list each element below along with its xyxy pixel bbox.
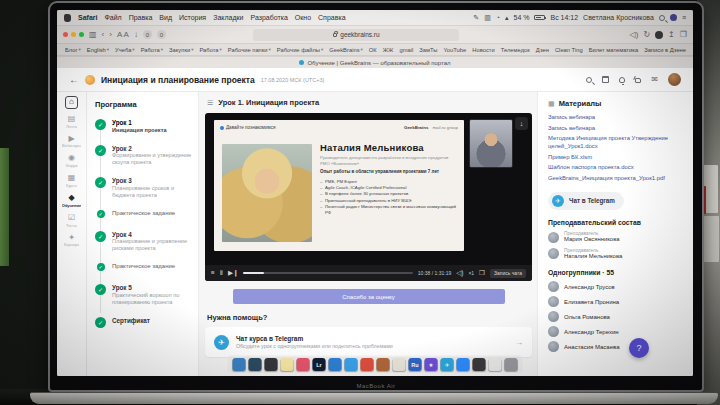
user-avatar[interactable] [668,73,681,86]
sidebar-toggle-icon[interactable]: ▥ [89,31,97,39]
dock-app-icon[interactable] [329,358,342,371]
program-item[interactable]: ✓ Урок 3 Планирование сроков и бюджета п… [95,177,192,199]
menubar-menu-item[interactable]: Разработка [250,14,287,21]
menubar-menu-item[interactable]: Вид [159,14,172,21]
notifications-bell-icon[interactable] [619,77,625,83]
dock-app-icon[interactable]: ✈ [441,358,454,371]
menubar-menu-item[interactable]: Правка [129,14,153,21]
extension-icon[interactable] [655,31,663,39]
nav-rail-item[interactable]: ✦ Карьера [59,234,85,248]
dock-app-icon[interactable] [489,358,502,371]
bookmark-item[interactable]: gmail ▾ [399,47,413,53]
siri-icon[interactable] [670,14,677,21]
dock-app-icon[interactable] [393,358,406,371]
bookmark-item[interactable]: Дзен ▾ [536,47,549,53]
bookmark-item[interactable]: Записи в Дзене ▾ [644,47,686,53]
volume-icon[interactable]: ◁) [456,270,463,277]
menubar-app-name[interactable]: Safari [78,14,97,21]
groupmate-row[interactable]: Александр Трусов [548,281,683,292]
program-item[interactable]: ✓ Урок 5 Практический воркшоп по планиро… [95,284,192,306]
material-link[interactable]: Пример БК.xlsm [548,154,683,162]
telegram-help-card[interactable]: ✈ Чат курса в Telegram Обсудите урок с о… [205,327,532,357]
bookmark-item[interactable]: ЗамТы ▾ [419,47,437,53]
menubar-menu-item[interactable]: Файл [104,14,121,21]
material-link[interactable]: GeekBrains_Инициация проекта_Урок1.pdf [548,175,683,183]
video-progress-bar[interactable] [243,272,412,274]
dock-app-icon[interactable]: ★ [425,358,438,371]
program-item[interactable]: ✓ Урок 4 Планирование и управление риска… [95,231,192,253]
minimize-window-button[interactable] [71,32,76,37]
bookmark-item[interactable]: Работа ▾ [199,47,221,53]
bookmark-item[interactable]: Новости ▾ [472,47,494,53]
bookmark-item[interactable]: Clean Ting ▾ [555,47,583,53]
forward-nav-icon[interactable]: › [109,31,112,39]
next-icon[interactable]: ▶❙ [228,270,238,277]
chat-record-button[interactable]: Запись чата [490,269,526,278]
wifi-icon[interactable]: ▴ [505,14,509,22]
pencil-status-icon[interactable]: ✎ [473,14,479,22]
help-fab-button[interactable]: ? [629,338,649,358]
tab-overview-icon[interactable]: ❐ [680,31,687,39]
material-link[interactable]: Шаблон паспорта проекта.docx [548,164,683,172]
extension-badge-right[interactable]: 0 [157,30,166,39]
nav-rail-item[interactable]: ☑ Тесты [59,214,85,228]
close-window-button[interactable] [63,32,68,37]
back-arrow-icon[interactable]: ← [69,74,79,85]
reload-icon[interactable]: ↻ [643,31,650,39]
mute-tab-icon[interactable]: ◁) [630,31,639,39]
zoom-window-button[interactable] [79,32,84,37]
program-item[interactable]: ✓ Сертификат [95,317,192,327]
bookmark-item[interactable]: YouTube ▾ [443,47,466,53]
material-link[interactable]: Методика Инициация проекта Утверждение ц… [548,135,683,150]
dock-app-icon[interactable] [345,358,358,371]
arrow-right-icon[interactable]: → [515,338,523,347]
bookmark-item[interactable]: Рабочие папки ▾ [228,47,271,53]
menubar-menu-item[interactable]: Закладки [213,14,243,21]
control-center-icon[interactable]: ≡ [682,14,686,21]
menubar-menu-item[interactable]: История [179,14,206,21]
nav-rail-item[interactable]: ⌂ [59,96,85,109]
window-traffic-lights[interactable] [63,32,84,37]
browser-tab[interactable]: Обучение | GeekBrains — образовательный … [57,57,693,68]
back-nav-icon[interactable]: ‹ [102,31,105,39]
video-download-button[interactable]: ↓ [515,117,528,130]
bookmark-item[interactable]: ОК ▾ [369,47,377,53]
search-icon[interactable] [586,77,592,83]
program-item[interactable]: ✓ Практическое задание [95,263,192,273]
thumbs-up-icon[interactable] [635,78,641,83]
program-item[interactable]: ✓ Урок 1 Инициация проекта [95,119,192,134]
lesson-list-icon[interactable]: ☰ [207,99,213,107]
video-player[interactable]: Давайте познакомимся GeekBrains mail.ru … [205,113,532,281]
groupmate-row[interactable]: Александр Терехин [548,326,683,337]
dock-app-icon[interactable] [281,358,294,371]
clock-status-icon[interactable]: ◔ [496,14,500,21]
fullscreen-icon[interactable]: ❐ [479,270,485,277]
nav-rail-item[interactable]: ◉ Форум [59,154,85,168]
bookmark-item[interactable]: Учеба ▾ [115,47,135,53]
bookmark-item[interactable]: Закупки ▾ [169,47,193,53]
dock-app-icon[interactable] [361,358,374,371]
dock-app-icon[interactable] [265,358,278,371]
playback-speed[interactable]: ×1 [468,270,474,276]
dock-app-icon[interactable]: Ru [409,358,422,371]
telegram-chat-button[interactable]: ✈ Чат в Telegram [548,192,624,210]
messages-icon[interactable]: ✉ [651,76,658,84]
dock-app-icon[interactable] [249,358,262,371]
apple-menu-icon[interactable] [64,14,71,22]
menubar-user-name[interactable]: Светлана Кросникова [583,14,654,21]
address-bar[interactable]: geekbrains.ru [253,29,459,41]
extension-badge-left[interactable]: 0 [143,30,152,39]
dock-app-icon[interactable] [473,358,486,371]
groupmate-row[interactable]: Ольга Романова [548,311,683,322]
bookmark-item[interactable]: Блог ▾ [65,47,81,53]
teacher-row[interactable]: Преподаватель Наталия Мельникова [548,248,683,261]
pause-icon[interactable]: Ⅱ [220,270,223,277]
share-icon[interactable]: ↥ [668,31,675,39]
dock-app-icon[interactable] [233,358,246,371]
nav-rail-item[interactable]: ▦ Курсы [59,174,85,188]
program-item[interactable]: ✓ Урок 2 Формирование и утверждение скоу… [95,145,192,167]
groupmate-row[interactable]: Елизавета Пронина [548,296,683,307]
bookmark-item[interactable]: English ▾ [87,47,109,53]
bookmark-item[interactable]: ЖЖ ▾ [383,47,394,53]
bookmark-item[interactable]: GeekBrains ▾ [329,47,363,53]
